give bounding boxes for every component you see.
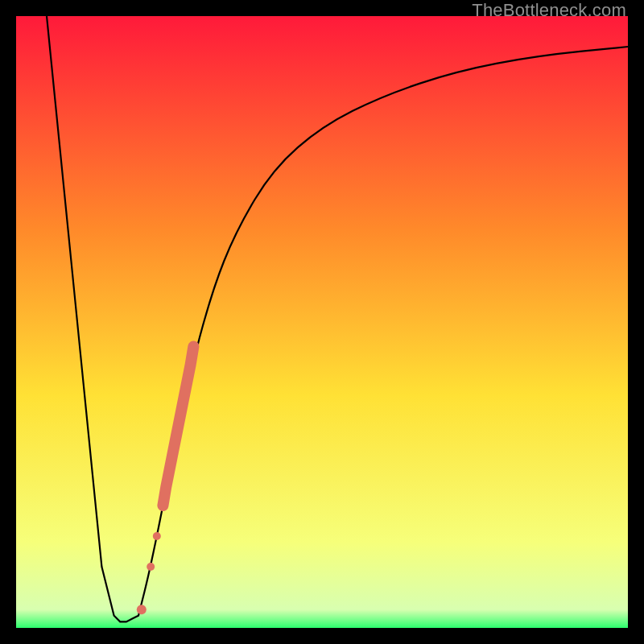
gradient-bg xyxy=(16,16,628,628)
marker-dot xyxy=(147,563,155,571)
chart-frame xyxy=(16,16,628,628)
watermark-text: TheBottleneck.com xyxy=(472,0,626,21)
marker-dot xyxy=(137,605,147,614)
marker-dot xyxy=(153,532,161,540)
chart-svg xyxy=(16,16,628,628)
